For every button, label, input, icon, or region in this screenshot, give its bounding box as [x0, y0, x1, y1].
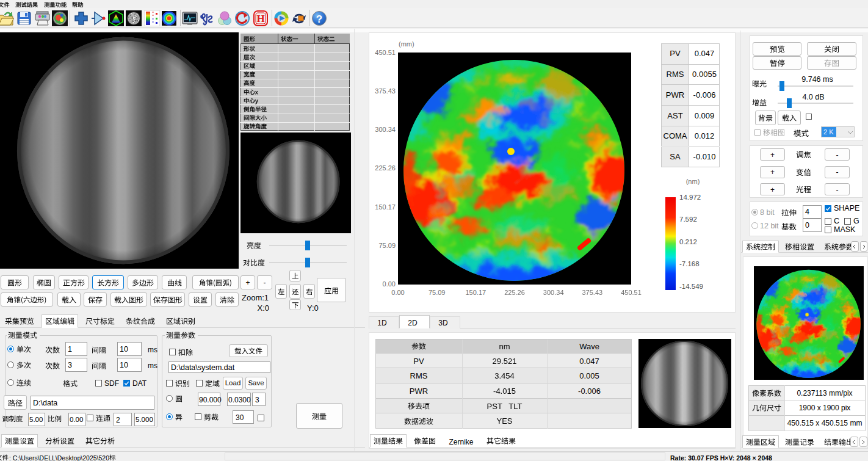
svg-text:H: H	[256, 13, 264, 24]
svg-text:?: ?	[316, 13, 322, 25]
